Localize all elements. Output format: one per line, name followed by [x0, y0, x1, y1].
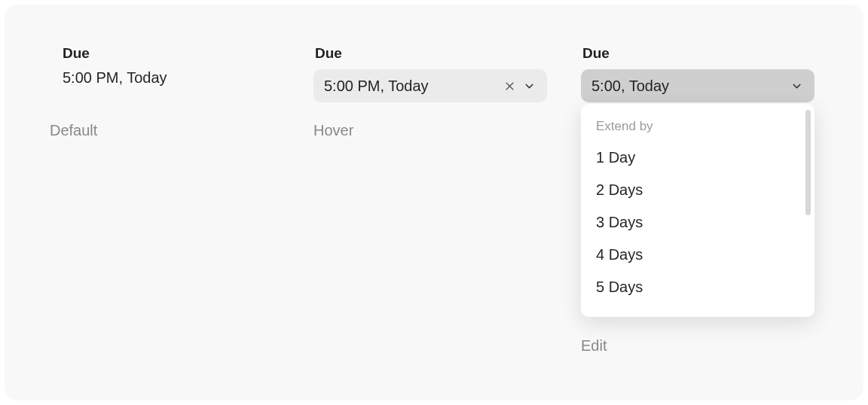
menu-scrollbar[interactable]	[805, 110, 811, 215]
chevron-down-icon[interactable]	[521, 78, 536, 93]
due-value: 5:00, Today	[591, 78, 789, 95]
extend-option[interactable]: 2 Days	[581, 174, 815, 206]
state-edit: Due 5:00, Today Extend by 1 Day 2 Days 3…	[581, 45, 815, 102]
state-caption-hover: Hover	[313, 122, 353, 139]
extend-menu: Extend by 1 Day 2 Days 3 Days 4 Days 5 D…	[581, 104, 815, 317]
state-caption-default: Default	[50, 122, 97, 139]
clear-icon[interactable]	[502, 78, 517, 93]
extend-option[interactable]: 1 Day	[581, 142, 815, 174]
extend-menu-heading: Extend by	[581, 119, 815, 142]
extend-option[interactable]: 5 Days	[581, 271, 815, 303]
state-caption-edit: Edit	[581, 337, 607, 355]
due-pill-open[interactable]: 5:00, Today	[581, 69, 815, 102]
due-label: Due	[313, 45, 547, 62]
due-label: Due	[581, 45, 815, 62]
due-label: Due	[61, 45, 295, 62]
due-value[interactable]: 5:00 PM, Today	[61, 69, 295, 87]
extend-option[interactable]: 4 Days	[581, 239, 815, 271]
extend-option[interactable]: 3 Days	[581, 206, 815, 239]
state-hover: Due 5:00 PM, Today	[313, 45, 547, 102]
state-default: Due 5:00 PM, Today	[61, 45, 295, 87]
due-pill-hover[interactable]: 5:00 PM, Today	[313, 69, 547, 102]
states-canvas: Due 5:00 PM, Today Default Due 5:00 PM, …	[5, 5, 863, 400]
due-value: 5:00 PM, Today	[324, 78, 502, 95]
chevron-down-icon[interactable]	[789, 78, 804, 93]
